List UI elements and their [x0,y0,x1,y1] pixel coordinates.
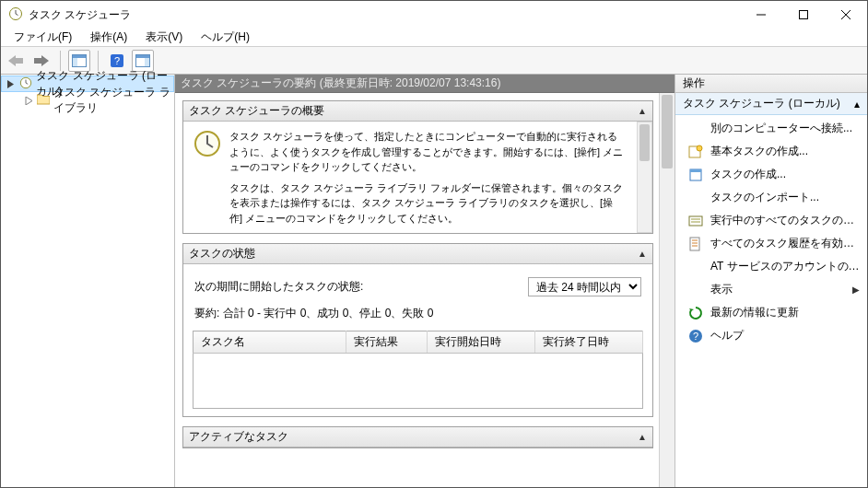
actions-group-title: タスク スケジューラ (ローカル) [683,96,840,111]
title-bar: タスク スケジューラ [1,1,867,29]
center-scrollbar[interactable] [659,93,674,487]
status-panel: タスクの状態 ▲ 次の期間に開始したタスクの状態: 過去 24 時間以内 要約:… [182,243,653,417]
status-period-label: 次の期間に開始したタスクの状態: [194,279,363,295]
svg-rect-1 [800,11,808,19]
action-help[interactable]: ? ヘルプ [675,324,867,347]
svg-text:?: ? [114,55,120,66]
overview-para2: タスクは、タスク スケジューラ ライブラリ フォルダーに保管されます。個々のタス… [229,180,626,227]
overview-title: タスク スケジューラの概要 [189,103,324,119]
collapse-icon[interactable]: ▲ [638,106,647,116]
collapse-icon[interactable]: ▴ [854,98,860,110]
collapse-icon[interactable]: ▲ [638,249,647,259]
maximize-button[interactable] [782,1,825,29]
active-tasks-panel: アクティブなタスク ▲ [182,426,653,448]
task-icon [688,168,703,182]
main-area: タスク スケジューラ (ローカル) タスク スケジューラ ライブラリ タスク ス… [1,75,867,487]
action-refresh[interactable]: 最新の情報に更新 [675,301,867,324]
collapse-icon[interactable]: ▲ [638,432,647,442]
running-tasks-icon [688,214,703,228]
scope-tree: タスク スケジューラ (ローカル) タスク スケジューラ ライブラリ [1,75,175,487]
action-connect[interactable]: 別のコンピューターへ接続... [675,117,867,140]
action-enable-history[interactable]: すべてのタスク履歴を有効にする [675,232,867,255]
actions-header: 操作 [675,75,867,93]
status-table: タスク名 実行結果 実行開始日時 実行終了日時 [193,331,643,409]
action-create-task[interactable]: タスクの作成... [675,163,867,186]
app-icon [8,6,23,24]
svg-rect-3 [73,55,86,58]
overview-panel: タスク スケジューラの概要 ▲ タスク スケジューラを使って、指定したときにコン… [182,100,653,234]
overview-text: タスク スケジューラを使って、指定したときにコンピューターで自動的に実行されるよ… [229,129,626,226]
submenu-arrow-icon: ▶ [852,285,860,295]
menu-help[interactable]: ヘルプ(H) [192,28,259,47]
window-title: タスク スケジューラ [29,7,131,23]
svg-rect-8 [136,55,149,58]
svg-rect-15 [690,169,701,172]
folder-icon [37,94,50,108]
blank-icon [688,122,703,136]
action-view-submenu[interactable]: 表示 ▶ [675,278,867,301]
blank-icon [688,283,703,297]
clock-icon [193,129,222,226]
help-icon: ? [688,329,703,343]
active-tasks-title: アクティブなタスク [189,429,288,445]
action-create-basic-task[interactable]: 基本タスクの作成... [675,140,867,163]
blank-icon [688,260,703,274]
svg-rect-16 [689,216,702,226]
menu-view[interactable]: 表示(V) [136,28,192,47]
svg-text:?: ? [693,331,698,342]
overview-para1: タスク スケジューラを使って、指定したときにコンピューターで自動的に実行されるよ… [229,129,626,175]
actions-list: 別のコンピューターへ接続... 基本タスクの作成... タスクの作成... タス… [675,115,867,349]
col-start[interactable]: 実行開始日時 [427,331,534,354]
tree-node-label: タスク スケジューラ ライブラリ [53,85,170,116]
tree-expand-icon[interactable] [25,95,33,106]
overview-scrollbar[interactable] [637,122,652,233]
nav-back-button[interactable] [5,50,27,72]
svg-point-13 [697,145,702,151]
wizard-icon [688,145,703,159]
tree-node-library[interactable]: タスク スケジューラ ライブラリ [19,92,174,109]
center-header: タスク スケジューラの要約 (最終更新日時: 2019/02/07 13:43:… [175,75,674,93]
action-at-account[interactable]: AT サービスのアカウントの構成 [675,255,867,278]
status-panel-header[interactable]: タスクの状態 ▲ [183,244,652,264]
svg-rect-4 [73,58,77,66]
clock-icon [19,76,32,92]
col-end[interactable]: 実行終了日時 [534,331,642,354]
status-period-select[interactable]: 過去 24 時間以内 [528,277,641,296]
minimize-button[interactable] [740,1,782,29]
tree-expand-icon[interactable] [6,78,16,89]
status-table-empty [194,354,643,409]
status-summary: 要約: 合計 0 - 実行中 0、成功 0、停止 0、失敗 0 [193,306,643,331]
col-task-name[interactable]: タスク名 [194,331,346,354]
menu-file[interactable]: ファイル(F) [5,28,81,47]
active-tasks-header[interactable]: アクティブなタスク ▲ [183,427,652,447]
svg-rect-17 [690,238,699,250]
menu-bar: ファイル(F) 操作(A) 表示(V) ヘルプ(H) [1,29,867,47]
actions-pane: 操作 タスク スケジューラ (ローカル) ▴ 別のコンピューターへ接続... 基… [675,75,867,487]
col-result[interactable]: 実行結果 [346,331,427,354]
action-view-running[interactable]: 実行中のすべてのタスクの表示 [675,209,867,232]
center-header-title: タスク スケジューラの要約 (最終更新日時: 2019/02/07 13:43:… [181,76,500,91]
actions-group-header[interactable]: タスク スケジューラ (ローカル) ▴ [675,93,867,115]
svg-rect-9 [145,58,149,66]
status-title: タスクの状態 [189,246,255,261]
history-icon [688,237,703,251]
close-button[interactable] [825,1,867,29]
menu-action[interactable]: 操作(A) [81,28,136,47]
center-pane: タスク スケジューラの要約 (最終更新日時: 2019/02/07 13:43:… [175,75,675,487]
overview-panel-header[interactable]: タスク スケジューラの概要 ▲ [183,101,652,122]
action-import-task[interactable]: タスクのインポート... [675,186,867,209]
refresh-icon [688,306,703,320]
blank-icon [688,191,703,205]
